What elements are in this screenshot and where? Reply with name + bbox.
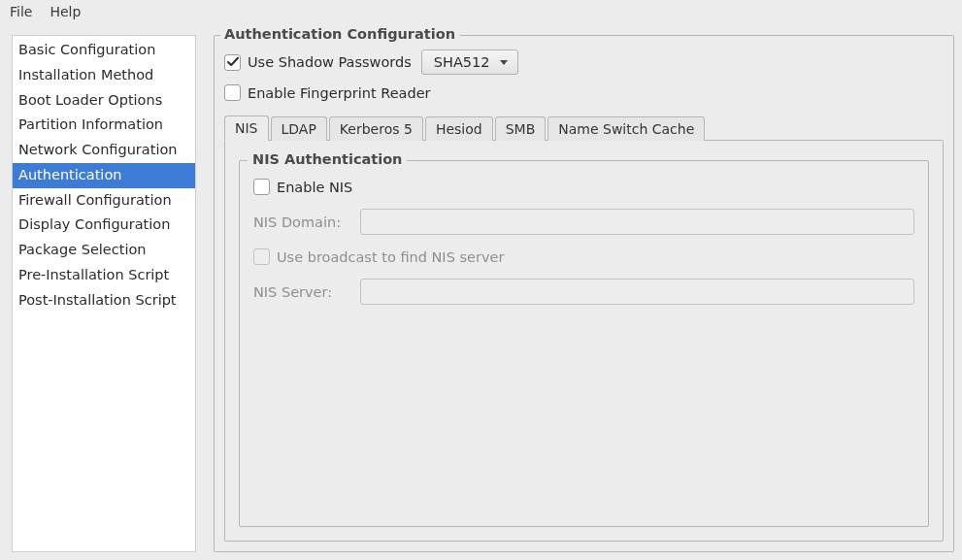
sidebar-item-display-configuration[interactable]: Display Configuration (13, 213, 195, 238)
sidebar-item-firewall-configuration[interactable]: Firewall Configuration (13, 188, 195, 214)
menu-help[interactable]: Help (50, 4, 81, 19)
tab-kerberos-5[interactable]: Kerberos 5 (329, 116, 423, 141)
use-shadow-passwords-checkbox[interactable]: Use Shadow Passwords (224, 54, 412, 71)
nis-server-label: NIS Server: (253, 284, 350, 300)
tab-hesiod[interactable]: Hesiod (425, 116, 493, 141)
tab-smb[interactable]: SMB (495, 116, 547, 141)
nis-domain-label: NIS Domain: (253, 214, 350, 230)
tab-page-nis: NIS Authentication Enable NIS NIS Domain… (224, 140, 944, 542)
nis-authentication-title: NIS Authentication (248, 151, 407, 167)
enable-fingerprint-label: Enable Fingerprint Reader (248, 85, 431, 101)
sidebar-item-partition-information[interactable]: Partition Information (13, 113, 195, 138)
sidebar-item-post-installation-script[interactable]: Post-Installation Script (13, 288, 195, 313)
sidebar-item-basic-configuration[interactable]: Basic Configuration (13, 38, 195, 63)
sidebar-item-boot-loader-options[interactable]: Boot Loader Options (13, 88, 195, 114)
menu-file[interactable]: File (10, 4, 32, 19)
password-hash-combo[interactable]: SHA512 (421, 49, 518, 75)
password-hash-value: SHA512 (434, 54, 490, 70)
use-broadcast-label: Use broadcast to find NIS server (277, 249, 504, 265)
use-shadow-passwords-label: Use Shadow Passwords (248, 54, 412, 70)
use-broadcast-checkbox[interactable]: Use broadcast to find NIS server (253, 248, 504, 265)
sidebar-item-pre-installation-script[interactable]: Pre-Installation Script (13, 263, 195, 288)
authentication-group: Authentication Configuration Use Shadow … (214, 35, 954, 552)
nis-server-input[interactable] (360, 279, 914, 305)
sidebar-item-installation-method[interactable]: Installation Method (13, 63, 195, 88)
checkbox-box (253, 248, 270, 265)
check-icon (227, 56, 239, 68)
enable-nis-checkbox[interactable]: Enable NIS (253, 179, 352, 195)
nis-domain-input[interactable] (360, 209, 914, 235)
authentication-group-title: Authentication Configuration (220, 26, 459, 42)
checkbox-box (224, 54, 241, 71)
tab-nis[interactable]: NIS (224, 115, 269, 141)
tab-name-switch-cache[interactable]: Name Switch Cache (547, 116, 705, 141)
auth-tabs: NIS LDAP Kerberos 5 Hesiod SMB Name Swit… (224, 115, 944, 140)
window-body: Basic Configuration Installation Method … (0, 25, 962, 560)
checkbox-box (224, 84, 241, 101)
tab-ldap[interactable]: LDAP (271, 116, 327, 141)
sidebar: Basic Configuration Installation Method … (12, 35, 196, 552)
sidebar-item-package-selection[interactable]: Package Selection (13, 238, 195, 263)
chevron-down-icon (500, 60, 508, 65)
main-panel: Authentication Configuration Use Shadow … (214, 35, 954, 552)
sidebar-item-authentication[interactable]: Authentication (13, 163, 195, 188)
sidebar-item-network-configuration[interactable]: Network Configuration (13, 138, 195, 163)
enable-nis-label: Enable NIS (277, 180, 352, 195)
enable-fingerprint-checkbox[interactable]: Enable Fingerprint Reader (224, 84, 431, 101)
nis-authentication-group: NIS Authentication Enable NIS NIS Domain… (239, 160, 929, 527)
menubar: File Help (0, 0, 962, 25)
checkbox-box (253, 179, 270, 195)
